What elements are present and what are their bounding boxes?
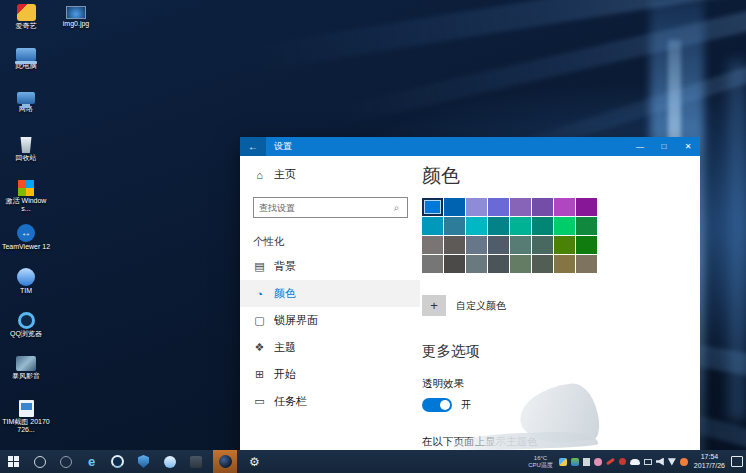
- windows-tiles-icon: [18, 180, 34, 196]
- media-player-icon: [16, 356, 36, 371]
- cloud-tray-icon[interactable]: [630, 459, 640, 465]
- color-swatch[interactable]: [510, 198, 531, 216]
- security-tray-icon[interactable]: [680, 458, 688, 466]
- sidebar-item-start[interactable]: ⊞ 开始: [240, 361, 420, 388]
- search-settings-box[interactable]: ⌕: [253, 197, 408, 218]
- contact-tray-icon[interactable]: [594, 458, 602, 466]
- transparency-toggle[interactable]: [422, 398, 452, 412]
- desktop-icon-this-pc[interactable]: 此电脑: [0, 47, 52, 89]
- desktop-icon-tim-screenshot[interactable]: TIM截图 20170726...: [0, 399, 52, 441]
- tim-taskbar-button[interactable]: [161, 450, 178, 473]
- back-button[interactable]: ←: [240, 137, 266, 156]
- color-swatch[interactable]: [554, 217, 575, 235]
- desktop-icon-img0[interactable]: img0.jpg: [50, 3, 102, 45]
- color-swatch[interactable]: [532, 198, 553, 216]
- sidebar-item-taskbar[interactable]: ▭ 任务栏: [240, 388, 420, 415]
- desktop-icon-baofeng[interactable]: 暴风影音: [0, 355, 52, 397]
- color-swatch[interactable]: [554, 236, 575, 254]
- color-swatch[interactable]: [576, 255, 597, 273]
- volume-tray-icon[interactable]: [656, 458, 664, 466]
- color-swatch[interactable]: [576, 217, 597, 235]
- color-swatch[interactable]: [488, 236, 509, 254]
- app-taskbar-button[interactable]: [187, 450, 204, 473]
- color-swatch[interactable]: [488, 198, 509, 216]
- desktop-icon-network[interactable]: 网络: [0, 91, 52, 133]
- maximize-button[interactable]: □: [652, 137, 676, 156]
- desktop-icon-qq-browser[interactable]: QQ浏览器: [0, 311, 52, 353]
- document-tray-icon[interactable]: [583, 458, 590, 466]
- monitor-tray-icon[interactable]: [644, 459, 652, 465]
- desktop-icon-iqiyi[interactable]: 爱奇艺: [0, 3, 52, 45]
- cortana-button[interactable]: [31, 450, 48, 473]
- color-swatch[interactable]: [554, 198, 575, 216]
- desktop-icon-tim[interactable]: TIM: [0, 267, 52, 309]
- color-swatch[interactable]: [510, 217, 531, 235]
- teamviewer-icon: ↔: [17, 224, 35, 242]
- toggle-state-label: 开: [461, 398, 471, 412]
- color-swatch[interactable]: [466, 236, 487, 254]
- color-swatch[interactable]: [422, 217, 443, 235]
- color-swatch[interactable]: [444, 217, 465, 235]
- color-swatch[interactable]: [466, 217, 487, 235]
- sidebar-item-label: 锁屏界面: [274, 313, 318, 328]
- color-swatch[interactable]: [576, 236, 597, 254]
- search-icon: ⌕: [390, 202, 403, 214]
- screenshot-file-icon: [19, 400, 34, 417]
- active-app-button[interactable]: [213, 450, 237, 473]
- desktop-icon-label: 爱奇艺: [16, 22, 37, 30]
- close-button[interactable]: ✕: [676, 137, 700, 156]
- security-taskbar-button[interactable]: [135, 450, 152, 473]
- qq-browser-icon: [111, 455, 124, 468]
- color-swatch[interactable]: [488, 217, 509, 235]
- color-swatch[interactable]: [466, 255, 487, 273]
- sidebar-item-home[interactable]: ⌂ 主页: [240, 164, 420, 185]
- qq-browser-taskbar-button[interactable]: [109, 450, 126, 473]
- color-swatch[interactable]: [444, 236, 465, 254]
- sidebar-item-label: 颜色: [274, 286, 296, 301]
- clock-time: 17:54: [694, 453, 725, 462]
- color-swatch[interactable]: [576, 198, 597, 216]
- sidebar-item-colors[interactable]: ◔ 颜色: [240, 280, 420, 307]
- color-swatch[interactable]: [422, 236, 443, 254]
- search-input[interactable]: [254, 203, 390, 213]
- start-button[interactable]: [5, 450, 22, 473]
- pen-tray-icon[interactable]: [606, 458, 615, 466]
- color-swatch[interactable]: [422, 255, 443, 273]
- color-swatch[interactable]: [532, 236, 553, 254]
- desktop-icon-teamviewer[interactable]: ↔ TeamViewer 12: [0, 223, 52, 265]
- color-swatch[interactable]: [554, 255, 575, 273]
- sidebar-item-themes[interactable]: ❖ 主题: [240, 334, 420, 361]
- task-view-button[interactable]: [57, 450, 74, 473]
- clock[interactable]: 17:54 2017/7/26: [694, 453, 725, 470]
- more-options-title: 更多选项: [422, 342, 700, 361]
- sidebar-item-background[interactable]: ▤ 背景: [240, 253, 420, 280]
- color-swatch[interactable]: [444, 255, 465, 273]
- custom-color-button[interactable]: +: [422, 295, 446, 316]
- cpu-temp-widget[interactable]: 16°C CPU温度: [528, 455, 553, 469]
- action-center-icon[interactable]: [731, 456, 743, 467]
- desktop-icon-label: TIM截图 20170726...: [1, 418, 51, 434]
- desktop-icon-label: 回收站: [16, 154, 37, 162]
- settings-taskbar-button[interactable]: ⚙: [246, 450, 263, 473]
- color-swatch[interactable]: [510, 236, 531, 254]
- sidebar-item-label: 开始: [274, 367, 296, 382]
- desktop-icon-recycle-bin[interactable]: 回收站: [0, 135, 52, 177]
- alert-tray-icon[interactable]: [619, 458, 626, 465]
- lockscreen-icon: ▢: [253, 314, 266, 327]
- desktop-icon-activate-windows[interactable]: 激活 Windows...: [0, 179, 52, 221]
- color-swatch-selected[interactable]: [422, 198, 443, 216]
- color-swatch[interactable]: [444, 198, 465, 216]
- color-swatch[interactable]: [466, 198, 487, 216]
- sidebar-item-lockscreen[interactable]: ▢ 锁屏界面: [240, 307, 420, 334]
- minimize-button[interactable]: —: [628, 137, 652, 156]
- custom-color-label: 自定义颜色: [456, 299, 506, 313]
- color-swatch[interactable]: [532, 255, 553, 273]
- color-swatch[interactable]: [532, 217, 553, 235]
- photo-tray-icon[interactable]: [571, 458, 579, 466]
- wifi-tray-icon[interactable]: [668, 458, 676, 466]
- color-swatch[interactable]: [488, 255, 509, 273]
- weather-tray-icon[interactable]: [559, 458, 567, 466]
- edge-button[interactable]: e: [83, 450, 100, 473]
- color-swatch[interactable]: [510, 255, 531, 273]
- custom-color-row: + 自定义颜色: [422, 295, 700, 316]
